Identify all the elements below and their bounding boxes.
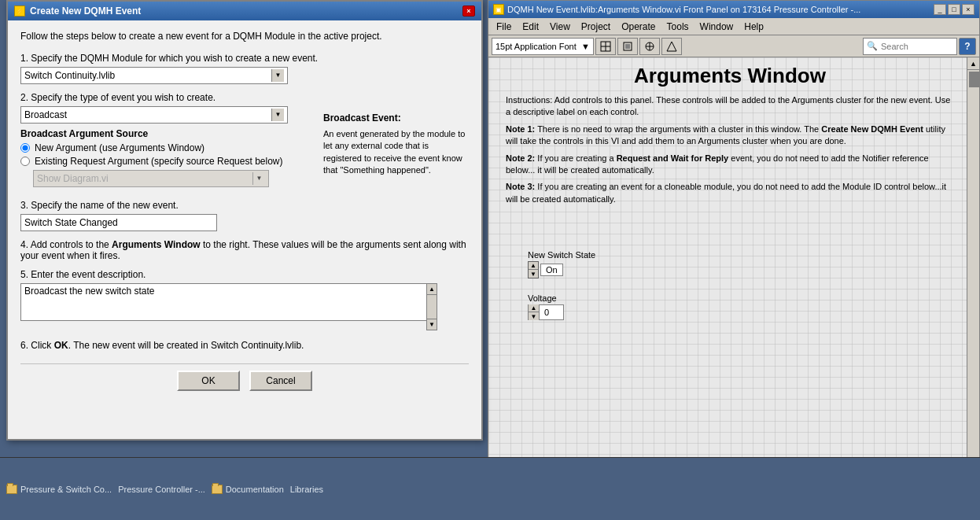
folder-icon-0 [6,485,17,494]
tree-item-label-3: Libraries [290,485,323,494]
new-switch-state-control[interactable]: New Switch State ▲ ▼ On [528,250,595,278]
minimize-button[interactable]: _ [934,4,946,15]
radio-existing-arg-input[interactable] [20,157,30,166]
note3-text: If you are creating an event for a clone… [506,182,946,203]
event-type-arrow[interactable]: ▼ [271,109,284,121]
note2-text: If you are creating a Request and Wait f… [506,153,929,175]
description-textarea[interactable]: Broadcast the new switch state [20,283,429,321]
show-diagram-value: Show Diagram.vi [37,173,252,184]
bool-indicator: ▲ ▼ On [528,261,595,278]
toolbar-btn-2[interactable] [617,38,638,55]
tree-item-label-0: Pressure & Switch Co... [20,485,112,494]
step5-section: 5. Enter the event description. Broadcas… [20,269,469,330]
menu-view[interactable]: View [545,20,575,34]
canvas-area: ▲ ▼ Arguments Window Instructions: Add c… [488,57,979,505]
menu-bar: File Edit View Project Operate Tools Win… [488,18,979,35]
module-value: Switch Continuity.lvlib [24,70,271,81]
bool-arrows[interactable]: ▲ ▼ [528,261,539,278]
dialog-title: Create New DQMH Event [30,6,141,17]
dialog-icon: ⚡ [14,6,25,17]
tree-item-3[interactable]: Libraries [290,485,323,494]
tree-item-label-2: Documentation [226,485,284,494]
labview-window: ▣ DQMH New Event.lvlib:Arguments Window.… [488,0,980,520]
bool-value[interactable]: On [540,264,563,276]
instructions-intro: Instructions: Add controls to this panel… [506,94,954,119]
radio-new-arg-input[interactable] [20,143,30,153]
voltage-value[interactable]: 0 [540,307,563,318]
event-type-value: Broadcast [24,109,271,120]
textarea-scroll-up[interactable]: ▲ [427,284,437,295]
step1-combo-row: Switch Continuity.lvlib ▼ [20,67,469,84]
toolbar-btn-4[interactable] [661,38,682,55]
dialog-titlebar: ⚡ Create New DQMH Event × [8,2,481,20]
labview-title: DQMH New Event.lvlib:Arguments Window.vi… [507,5,860,14]
vertical-scrollbar[interactable]: ▲ ▼ [967,57,979,489]
intro-text: Follow the steps below to create a new e… [20,30,469,43]
font-selector[interactable]: 15pt Application Font ▼ [492,38,594,55]
num-down-arrow[interactable]: ▼ [529,312,539,320]
textarea-scroll-down[interactable]: ▼ [427,319,437,330]
step5-label: 5. Enter the event description. [20,269,469,280]
args-window-title: Arguments Window [496,57,963,91]
radio-existing-arg-label: Existing Request Argument (specify sourc… [35,156,283,167]
menu-tools[interactable]: Tools [662,20,694,34]
event-name-input[interactable] [20,214,217,231]
num-control-arrows[interactable]: ▲ ▼ [529,304,540,320]
step1-section: 1. Specify the DQMH Module for which you… [20,53,469,84]
show-diagram-arrow[interactable]: ▼ [252,172,265,185]
maximize-button[interactable]: □ [948,4,960,15]
menu-help[interactable]: Help [739,20,768,34]
menu-edit[interactable]: Edit [518,20,543,34]
dialog-titlebar-left: ⚡ Create New DQMH Event [14,6,141,17]
dialog-body: Follow the steps below to create a new e… [8,20,481,400]
menu-file[interactable]: File [492,20,516,34]
menu-project[interactable]: Project [577,20,615,34]
instructions-note1: Note 1: There is no need to wrap the arg… [506,124,954,148]
module-selector[interactable]: Switch Continuity.lvlib ▼ [20,67,288,84]
description-wrapper: Broadcast the new switch state ▲ ▼ [20,283,437,330]
close-button[interactable]: × [962,4,974,15]
tree-item-1[interactable]: Pressure Controller -... [118,485,205,494]
voltage-control[interactable]: Voltage ▲ ▼ 0 [528,293,564,320]
bottom-taskbar: Pressure & Switch Co... Pressure Control… [0,457,980,520]
titlebar-left: ▣ DQMH New Event.lvlib:Arguments Window.… [493,4,860,15]
bool-down-arrow[interactable]: ▼ [529,270,538,278]
cancel-button[interactable]: Cancel [249,371,312,391]
textarea-scrollbar[interactable]: ▲ ▼ [426,283,437,330]
toolbar-btn-3[interactable] [639,38,660,55]
step6-text: 6. Click OK. The new event will be creat… [20,340,469,351]
toolbar: 15pt Application Font ▼ 🔍 ? [488,35,979,57]
dialog-close-button[interactable]: × [462,6,475,17]
folder-icon-2 [212,485,223,494]
menu-window[interactable]: Window [695,20,739,34]
tree-item-0[interactable]: Pressure & Switch Co... [6,485,112,494]
step4-section: 4. Add controls to the Arguments Window … [20,239,469,261]
instructions-panel: Instructions: Add controls to this panel… [496,91,963,213]
search-box[interactable]: 🔍 [863,38,957,55]
svg-marker-8 [667,42,676,51]
search-input[interactable] [881,42,952,51]
instructions-note2: Note 2: If you are creating a Request an… [506,153,954,177]
instructions-note3: Note 3: If you are creating an event for… [506,181,954,205]
show-diagram-selector[interactable]: Show Diagram.vi ▼ [33,170,269,187]
step2-label: 2. Specify the type of event you wish to… [20,92,469,103]
svg-rect-4 [625,44,630,49]
switch-state-label: New Switch State [528,250,595,260]
scroll-up-btn[interactable]: ▲ [967,57,979,70]
tree-item-2[interactable]: Documentation [212,485,284,494]
scroll-thumb[interactable] [969,72,979,87]
bool-up-arrow[interactable]: ▲ [529,262,538,270]
menu-operate[interactable]: Operate [617,20,660,34]
toolbar-btn-1[interactable] [595,38,616,55]
ok-button[interactable]: OK [177,371,240,391]
help-button[interactable]: ? [959,38,976,55]
num-up-arrow[interactable]: ▲ [529,304,539,312]
font-dropdown-arrow[interactable]: ▼ [581,42,590,51]
step4-label: 4. Add controls to the Arguments Window … [20,239,469,261]
num-control[interactable]: ▲ ▼ 0 [528,304,564,320]
titlebar-buttons[interactable]: _ □ × [934,4,974,15]
step1-label: 1. Specify the DQMH Module for which you… [20,53,469,64]
module-dropdown-arrow[interactable]: ▼ [271,69,284,82]
labview-titlebar: ▣ DQMH New Event.lvlib:Arguments Window.… [488,1,979,18]
event-type-selector[interactable]: Broadcast ▼ [20,106,288,124]
